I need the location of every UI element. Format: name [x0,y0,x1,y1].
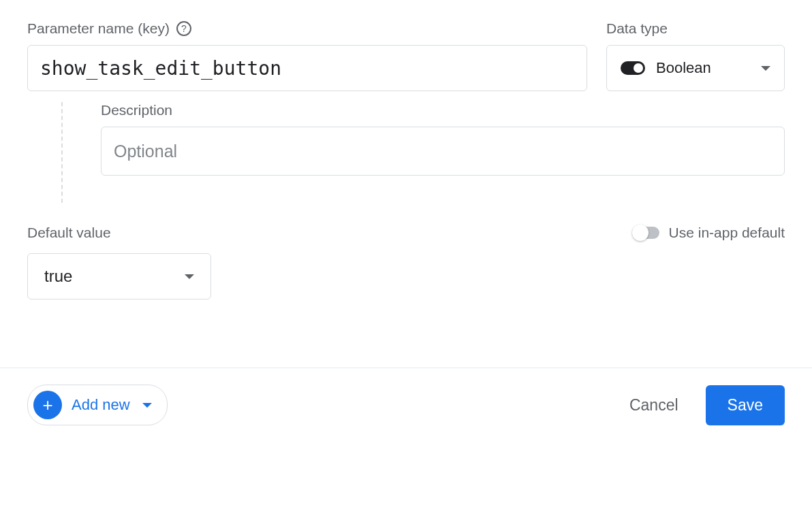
default-value-select[interactable]: true [27,253,211,299]
use-inapp-default-toggle[interactable] [632,227,659,239]
data-type-value: Boolean [656,59,711,77]
data-type-label: Data type [606,20,668,37]
data-type-select[interactable]: Boolean [606,45,785,91]
chevron-down-icon [185,274,194,279]
data-type-field-group: Data type Boolean [606,20,785,91]
default-value-label: Default value [27,225,111,241]
use-inapp-default-label: Use in-app default [669,225,785,241]
parameter-name-input[interactable] [27,45,587,91]
save-button[interactable]: Save [706,385,785,425]
default-value-text: true [44,267,72,286]
description-label: Description [101,102,785,118]
add-new-label: Add new [72,396,130,414]
chevron-down-icon [142,403,152,408]
description-input[interactable] [101,127,785,176]
add-new-button[interactable]: + Add new [27,385,168,425]
help-icon[interactable]: ? [176,21,191,36]
plus-icon: + [33,391,62,419]
cancel-button[interactable]: Cancel [629,396,678,415]
parameter-name-label: Parameter name (key) [27,20,170,37]
parameter-name-field-group: Parameter name (key) ? [27,20,587,91]
chevron-down-icon [761,66,770,71]
boolean-icon [621,61,645,75]
